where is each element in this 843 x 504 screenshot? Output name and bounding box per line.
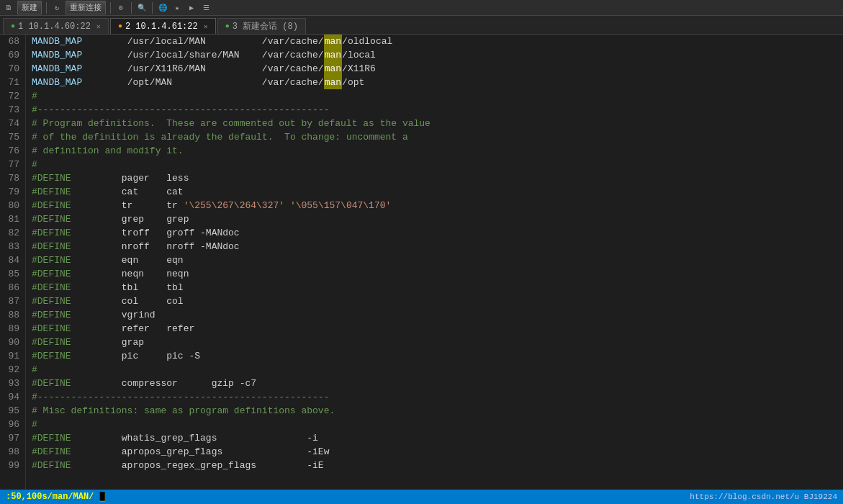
code-line-89: #DEFINE refer refer	[32, 322, 837, 336]
code-line-84: #DEFINE eqn eqn	[32, 253, 837, 267]
code-line-93: #DEFINE compressor gzip -c7	[32, 377, 837, 390]
code-line-75: # of the definition is already the defau…	[32, 130, 837, 144]
ln-94: 94	[6, 390, 19, 404]
ln-91: 91	[6, 349, 19, 363]
code-line-86: #DEFINE tbl tbl	[32, 281, 837, 294]
code-line-79: #DEFINE cat cat	[32, 185, 837, 199]
star-icon: ★	[171, 2, 183, 14]
separator-4	[152, 2, 153, 14]
new-icon: 🗎	[3, 2, 14, 14]
cursor-block: █	[99, 492, 104, 502]
code-line-91: #DEFINE pic pic -S	[32, 349, 837, 363]
line-numbers: 68 69 70 71 72 73 74 75 76 77 78 79 80 8…	[0, 35, 26, 490]
code-line-88: #DEFINE vgrind	[32, 308, 837, 322]
code-69-highlight: man	[324, 48, 342, 62]
ln-68: 68	[6, 35, 19, 48]
code-line-71: MANDB_MAP /opt/MAN /var/cache/man/opt	[32, 76, 837, 89]
code-line-77: #	[32, 158, 837, 171]
ln-72: 72	[6, 89, 19, 103]
code-68-keyword: MANDB_MAP	[32, 35, 82, 48]
ln-80: 80	[6, 199, 19, 212]
arrow-icon: ▶	[186, 2, 197, 14]
code-line-97: #DEFINE whatis_grep_flags -i	[32, 431, 837, 445]
globe-icon: 🌐	[157, 2, 168, 14]
code-content[interactable]: MANDB_MAP /usr/local/MAN /var/cache/man/…	[26, 35, 843, 490]
reconnect-button[interactable]: 重新连接	[66, 1, 106, 14]
menu-icon[interactable]: ☰	[200, 2, 212, 14]
tab-3-label: 3 新建会话 (8)	[233, 20, 298, 32]
reconnect-icon: ↻	[51, 2, 63, 14]
code-line-99: #DEFINE apropos_regex_grep_flags -iE	[32, 459, 837, 472]
ln-77: 77	[6, 158, 19, 171]
tab-3-dot: ●	[225, 22, 230, 30]
tab-1-close[interactable]: ✕	[96, 22, 101, 31]
separator-3	[131, 2, 132, 14]
ln-86: 86	[6, 281, 19, 294]
code-line-95: # Misc definitions: same as program defi…	[32, 404, 837, 418]
tab-2-dot: ●	[118, 22, 122, 30]
code-71-highlight: man	[324, 76, 342, 89]
code-line-98: #DEFINE apropos_grep_flags -iEw	[32, 445, 837, 459]
tab-1[interactable]: ● 1 10.1.4.60:22 ✕	[3, 18, 109, 34]
ln-78: 78	[6, 171, 19, 185]
code-line-83: #DEFINE nroff nroff -MANdoc	[32, 240, 837, 253]
code-line-78: #DEFINE pager less	[32, 171, 837, 185]
code-line-82: #DEFINE troff groff -MANdoc	[32, 226, 837, 240]
code-line-92: #	[32, 363, 837, 377]
tab-2[interactable]: ● 2 10.1.4.61:22 ✕	[110, 18, 216, 34]
code-line-90: #DEFINE grap	[32, 336, 837, 349]
statusbar-right: https://blog.csdn.net/u BJ19224	[690, 492, 837, 501]
ln-95: 95	[6, 404, 19, 418]
ln-73: 73	[6, 103, 19, 117]
code-line-68: MANDB_MAP /usr/local/MAN /var/cache/man/…	[32, 35, 837, 48]
ln-75: 75	[6, 130, 19, 144]
vim-command: :50,100s/man/MAN/	[6, 492, 94, 502]
tab-1-dot: ●	[11, 22, 15, 30]
ln-71: 71	[6, 76, 19, 89]
ln-70: 70	[6, 62, 19, 76]
tab-1-label: 1 10.1.4.60:22	[18, 22, 91, 32]
code-line-87: #DEFINE col col	[32, 294, 837, 308]
tab-3[interactable]: ● 3 新建会话 (8)	[217, 18, 306, 34]
code-line-76: # definition and modify it.	[32, 144, 837, 158]
ln-88: 88	[6, 308, 19, 322]
gear-icon: ⚙	[115, 2, 127, 14]
editor: 68 69 70 71 72 73 74 75 76 77 78 79 80 8…	[0, 35, 843, 490]
code-line-94: #---------------------------------------…	[32, 390, 837, 404]
ln-81: 81	[6, 212, 19, 226]
ln-82: 82	[6, 226, 19, 240]
separator-2	[110, 2, 111, 14]
tab-2-close[interactable]: ✕	[204, 22, 208, 31]
ln-98: 98	[6, 445, 19, 459]
code-68-highlight: man	[324, 35, 342, 48]
statusbar-url: https://blog.csdn.net/u BJ19224	[690, 492, 837, 501]
code-line-69: MANDB_MAP /usr/local/share/MAN /var/cach…	[32, 48, 837, 62]
search-icon[interactable]: 🔍	[136, 2, 148, 14]
code-line-72: #	[32, 89, 837, 103]
ln-89: 89	[6, 322, 19, 336]
statusbar: :50,100s/man/MAN/ █ https://blog.csdn.ne…	[0, 490, 843, 504]
ln-76: 76	[6, 144, 19, 158]
toolbar: 🗎 新建 ↻ 重新连接 ⚙ 🔍 🌐 ★ ▶ ☰	[0, 0, 843, 16]
ln-83: 83	[6, 240, 19, 253]
ln-92: 92	[6, 363, 19, 377]
code-line-70: MANDB_MAP /usr/X11R6/MAN /var/cache/man/…	[32, 62, 837, 76]
ln-87: 87	[6, 294, 19, 308]
ln-93: 93	[6, 377, 19, 390]
separator-1	[46, 2, 47, 14]
code-line-74: # Program definitions. These are comment…	[32, 117, 837, 130]
code-line-96: #	[32, 418, 837, 431]
new-button[interactable]: 新建	[17, 1, 42, 14]
code-line-80: #DEFINE tr tr '\255\267\264\327' '\055\1…	[32, 199, 837, 212]
statusbar-left: :50,100s/man/MAN/ █	[6, 492, 105, 502]
ln-90: 90	[6, 336, 19, 349]
ln-79: 79	[6, 185, 19, 199]
ln-74: 74	[6, 117, 19, 130]
ln-85: 85	[6, 267, 19, 281]
ln-69: 69	[6, 48, 19, 62]
code-line-85: #DEFINE neqn neqn	[32, 267, 837, 281]
ln-97: 97	[6, 431, 19, 445]
ln-99: 99	[6, 459, 19, 472]
tab-2-label: 2 10.1.4.61:22	[125, 22, 198, 32]
code-70-highlight: man	[324, 62, 342, 76]
